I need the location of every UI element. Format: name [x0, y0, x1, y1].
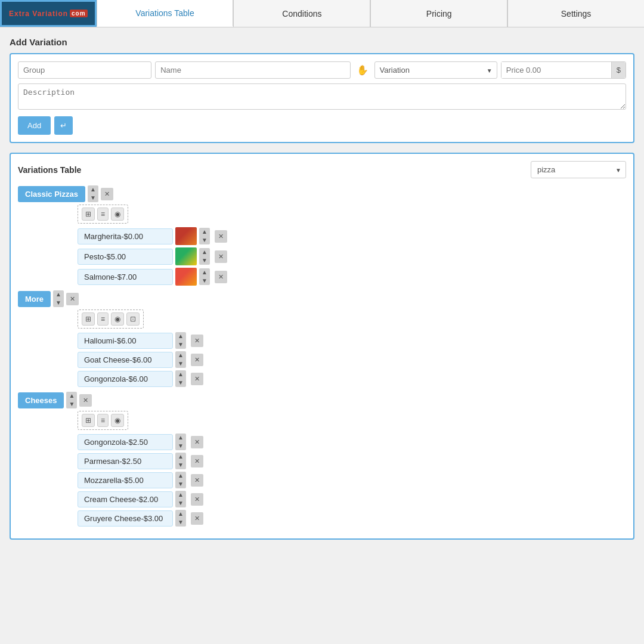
variations-section: Variations Table pizza all cheeses toppi…: [10, 153, 634, 540]
variation-label-pesto: Pesto-$5.00: [78, 249, 173, 265]
add-variation-box: ✋ Variation $ Add ↵: [10, 53, 634, 143]
add-variation-row1: ✋ Variation $: [18, 61, 626, 79]
pesto-remove-btn[interactable]: ✕: [215, 250, 227, 263]
add-button[interactable]: Add: [18, 116, 51, 135]
nav-tabs: Variations Table Conditions Pricing Sett…: [97, 0, 644, 27]
group-down-btn-cheeses[interactable]: ▼: [66, 400, 77, 408]
variation-select[interactable]: Variation: [374, 61, 497, 79]
halloumi-down-btn[interactable]: ▼: [175, 340, 186, 349]
margherita-up-btn[interactable]: ▲: [199, 228, 210, 236]
salmone-up-btn[interactable]: ▲: [199, 268, 210, 277]
parmesan-down-btn[interactable]: ▼: [175, 461, 186, 469]
more-indent: ⊞ ≡ ◉ ⊡ Halloumi-$6.00 ▲ ▼ ✕: [42, 309, 626, 387]
tab-pricing[interactable]: Pricing: [370, 0, 507, 27]
halloumi-remove-btn[interactable]: ✕: [191, 335, 203, 347]
layers-icon-btn-cheeses[interactable]: ≡: [97, 414, 109, 427]
mozzarella-up-btn[interactable]: ▲: [175, 472, 186, 480]
logo-badge: com: [70, 10, 88, 17]
group-up-btn-cheeses[interactable]: ▲: [66, 392, 77, 400]
variation-item-gongonzola-more: Gongonzola-$6.00 ▲ ▼ ✕: [78, 370, 626, 387]
pesto-arr-col: ▲ ▼: [199, 248, 210, 265]
group-label-cheeses[interactable]: Cheeses: [18, 392, 64, 408]
goat-cheese-up-btn[interactable]: ▲: [175, 351, 186, 360]
variation-item-halloumi: Halloumi-$6.00 ▲ ▼ ✕: [78, 332, 626, 349]
gruyere-down-btn[interactable]: ▼: [175, 518, 186, 527]
eye-icon-btn-more[interactable]: ◉: [111, 312, 124, 326]
salmone-down-btn[interactable]: ▼: [199, 277, 210, 285]
classic-pizzas-icon-row: ⊞ ≡ ◉: [78, 205, 128, 224]
button-row: Add ↵: [18, 116, 626, 135]
mozzarella-arr-col: ▲ ▼: [175, 472, 186, 488]
gruyere-remove-btn[interactable]: ✕: [191, 512, 203, 525]
drag-handle-icon: ✋: [354, 64, 371, 76]
gongonzola-more-remove-btn[interactable]: ✕: [191, 373, 203, 385]
group-label-classic-pizzas[interactable]: Classic Pizzas: [18, 186, 85, 202]
variation-thumb-salmone: [175, 268, 197, 286]
tab-conditions[interactable]: Conditions: [233, 0, 370, 27]
gongonzola-cheese-down-btn[interactable]: ▼: [175, 442, 186, 450]
price-dollar-symbol: $: [611, 62, 626, 78]
layers-icon-btn-classic[interactable]: ≡: [97, 208, 109, 221]
table-icon-btn-cheeses[interactable]: ⊞: [82, 414, 95, 427]
pesto-up-btn[interactable]: ▲: [199, 248, 210, 256]
group-up-btn-more[interactable]: ▲: [53, 290, 64, 299]
variation-label-gongonzola-more: Gongonzola-$6.00: [78, 371, 173, 387]
cheeses-list: Gongonzola-$2.50 ▲ ▼ ✕ Parmesan-$2.50 ▲ …: [78, 434, 626, 527]
gongonzola-cheese-up-btn[interactable]: ▲: [175, 434, 186, 442]
halloumi-up-btn[interactable]: ▲: [175, 332, 186, 340]
table-icon-btn-classic[interactable]: ⊞: [82, 208, 95, 221]
goat-cheese-remove-btn[interactable]: ✕: [191, 354, 203, 366]
eye-icon-btn-cheeses[interactable]: ◉: [111, 414, 124, 427]
tab-settings[interactable]: Settings: [507, 0, 644, 27]
layers-icon-btn-more[interactable]: ≡: [97, 312, 109, 326]
variation-item-margherita: Margherita-$0.00 ▲ ▼ ✕: [78, 227, 626, 245]
halloumi-arr-col: ▲ ▼: [175, 332, 186, 349]
goat-cheese-down-btn[interactable]: ▼: [175, 360, 186, 368]
parmesan-up-btn[interactable]: ▲: [175, 453, 186, 461]
description-row: [18, 83, 626, 112]
group-down-btn-classic[interactable]: ▼: [88, 194, 98, 202]
salmone-remove-btn[interactable]: ✕: [215, 271, 227, 283]
gruyere-up-btn[interactable]: ▲: [175, 510, 186, 518]
margherita-remove-btn[interactable]: ✕: [215, 230, 227, 243]
group-up-btn-classic[interactable]: ▲: [88, 185, 98, 194]
filter-select[interactable]: pizza all cheeses toppings: [531, 161, 626, 178]
eye-icon-btn-classic[interactable]: ◉: [111, 208, 124, 221]
table-icon-btn-more[interactable]: ⊞: [82, 312, 95, 326]
gongonzola-more-down-btn[interactable]: ▼: [175, 379, 186, 387]
group-label-more[interactable]: More: [18, 291, 51, 307]
cream-cheese-down-btn[interactable]: ▼: [175, 499, 186, 507]
qr-icon-btn-more[interactable]: ⊡: [126, 312, 140, 326]
group-input[interactable]: [18, 61, 151, 79]
gongonzola-cheese-remove-btn[interactable]: ✕: [191, 436, 203, 448]
mozzarella-remove-btn[interactable]: ✕: [191, 474, 203, 487]
group-remove-btn-more[interactable]: ✕: [66, 293, 79, 305]
group-remove-btn-cheeses[interactable]: ✕: [79, 394, 92, 407]
classic-pizzas-indent: ⊞ ≡ ◉ Margherita-$0.00 ▲ ▼ ✕: [42, 205, 626, 286]
parmesan-remove-btn[interactable]: ✕: [191, 455, 203, 467]
mozzarella-down-btn[interactable]: ▼: [175, 480, 186, 488]
header: Extra Variation com Variations Table Con…: [0, 0, 644, 27]
tab-variations-table[interactable]: Variations Table: [97, 0, 234, 27]
price-input[interactable]: [501, 62, 611, 78]
description-input[interactable]: [18, 83, 626, 110]
cheeses-indent: ⊞ ≡ ◉ Gongonzola-$2.50 ▲ ▼ ✕ Parmesan-$: [42, 411, 626, 527]
variation-label-gongonzola-cheese: Gongonzola-$2.50: [78, 434, 173, 450]
margherita-down-btn[interactable]: ▼: [199, 236, 210, 244]
group-remove-btn-classic[interactable]: ✕: [101, 188, 113, 200]
variation-label-halloumi: Halloumi-$6.00: [78, 333, 173, 349]
group-cheeses: Cheeses ▲ ▼ ✕ ⊞ ≡ ◉ Gongonzola-$2.50: [18, 392, 626, 527]
cream-cheese-remove-btn[interactable]: ✕: [191, 493, 203, 506]
price-input-wrap: $: [501, 61, 626, 79]
cream-cheese-up-btn[interactable]: ▲: [175, 491, 186, 499]
variation-thumb-pesto: [175, 247, 197, 265]
enter-button[interactable]: ↵: [54, 116, 73, 135]
group-down-btn-more[interactable]: ▼: [53, 299, 64, 307]
name-input[interactable]: [155, 61, 350, 79]
group-row-classic-pizzas: Classic Pizzas ▲ ▼ ✕: [18, 185, 626, 202]
parmesan-arr-col: ▲ ▼: [175, 453, 186, 469]
margherita-arr-col: ▲ ▼: [199, 228, 210, 244]
pesto-down-btn[interactable]: ▼: [199, 256, 210, 265]
gongonzola-more-up-btn[interactable]: ▲: [175, 370, 186, 379]
variation-label-gruyere: Gruyere Cheese-$3.00: [78, 510, 173, 527]
